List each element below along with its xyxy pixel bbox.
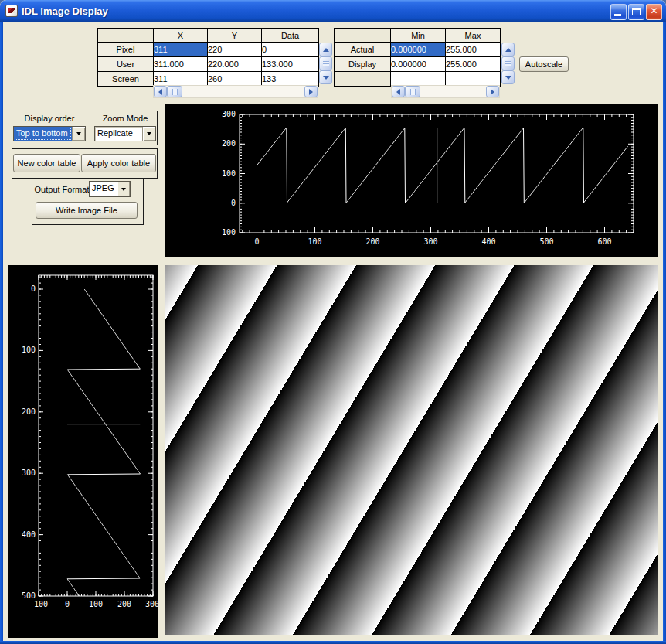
hscroll-thumb[interactable] [405, 86, 420, 97]
range-table-corner [335, 29, 391, 43]
coords-table-corner [98, 29, 154, 43]
svg-text:200: 200 [222, 139, 236, 148]
cell-user-data[interactable]: 133.000 [262, 57, 319, 72]
svg-text:0: 0 [254, 237, 259, 246]
down-arrow-icon [505, 76, 511, 80]
row-profile-plot-panel[interactable]: -10001002003000100200300400500600 [165, 104, 658, 257]
close-icon: ✕ [647, 5, 661, 16]
hscroll-thumb[interactable] [167, 86, 182, 97]
close-button[interactable]: ✕ [646, 4, 662, 20]
svg-text:100: 100 [222, 169, 236, 178]
scroll-down-icon[interactable] [501, 70, 515, 84]
window-title: IDL Image Display [22, 5, 666, 17]
chevron-down-icon [76, 132, 81, 135]
vscroll-thumb[interactable] [501, 56, 515, 70]
apply-color-table-button[interactable]: Apply color table [81, 154, 156, 172]
app-icon [5, 5, 18, 17]
hscroll-track[interactable] [420, 86, 486, 97]
coords-col-header-y: Y [208, 29, 262, 43]
image-display-canvas[interactable] [165, 265, 658, 635]
cell-screen-x[interactable]: 311 [154, 72, 208, 87]
display-order-value: Top to bottom [14, 127, 72, 141]
title-bar[interactable]: IDL Image Display ✕ [0, 0, 666, 22]
cell-empty-min[interactable] [391, 72, 446, 87]
range-table-hscrollbar[interactable] [391, 85, 500, 98]
cell-user-x[interactable]: 311.000 [154, 57, 208, 72]
autoscale-button[interactable]: Autoscale [519, 56, 569, 72]
svg-text:500: 500 [22, 591, 36, 600]
write-image-file-button[interactable]: Write Image File [36, 202, 138, 219]
scroll-down-icon[interactable] [319, 70, 332, 84]
up-arrow-icon [505, 48, 511, 52]
grip-icon [323, 61, 329, 66]
range-row-header-actual: Actual [335, 43, 391, 57]
minimize-button[interactable] [610, 4, 627, 20]
svg-text:400: 400 [481, 237, 495, 246]
zoom-mode-value: Replicate [95, 127, 142, 141]
cell-pixel-data[interactable]: 0 [262, 43, 319, 57]
scroll-right-icon[interactable] [486, 86, 499, 97]
coords-table-vscrollbar[interactable] [319, 43, 332, 84]
cell-screen-y[interactable]: 260 [208, 72, 262, 87]
pixel-coordinates-table: X Y Data Pixel 311 220 0 User 311.000 22… [97, 28, 319, 87]
scroll-left-icon[interactable] [392, 86, 405, 97]
scroll-up-icon[interactable] [319, 43, 332, 56]
cell-pixel-x[interactable]: 311 [154, 43, 208, 57]
cell-screen-data[interactable]: 133 [262, 72, 319, 87]
svg-text:-100: -100 [29, 600, 48, 608]
coords-row-header-screen: Screen [98, 72, 154, 87]
window-border-left [0, 22, 3, 644]
vscroll-thumb[interactable] [319, 56, 332, 70]
right-arrow-icon [309, 89, 313, 95]
svg-text:100: 100 [89, 600, 103, 608]
svg-text:-100: -100 [217, 228, 236, 237]
coords-table-hscrollbar[interactable] [153, 85, 318, 98]
zoom-mode-dropdown[interactable]: Replicate [94, 126, 156, 141]
cell-user-y[interactable]: 220.000 [208, 57, 262, 72]
grip-icon [172, 89, 178, 95]
svg-text:200: 200 [22, 407, 36, 416]
up-arrow-icon [323, 48, 329, 52]
column-profile-plot-panel[interactable]: 0100200300400500-1000100200300 [8, 265, 158, 638]
display-order-label: Display order [13, 113, 86, 124]
chevron-down-icon [147, 132, 151, 135]
svg-text:400: 400 [22, 530, 36, 539]
range-col-header-min: Min [391, 29, 446, 43]
cell-actual-max[interactable]: 255.000 [446, 43, 501, 57]
cell-pixel-y[interactable]: 220 [208, 43, 262, 57]
display-order-dropdown[interactable]: Top to bottom [13, 126, 86, 141]
row-profile-plot[interactable]: -10001002003000100200300400500600 [165, 104, 658, 257]
left-arrow-icon [396, 89, 400, 95]
dropdown-arrow-button[interactable] [117, 182, 130, 196]
svg-text:300: 300 [222, 110, 236, 118]
left-arrow-icon [158, 89, 162, 95]
svg-text:500: 500 [539, 237, 553, 246]
column-profile-plot[interactable]: 0100200300400500-1000100200300 [8, 265, 158, 638]
output-format-value: JPEG [90, 182, 117, 196]
grip-icon [410, 89, 416, 95]
hscroll-track[interactable] [182, 86, 304, 97]
cell-actual-min[interactable]: 0.000000 [391, 43, 446, 57]
output-format-dropdown[interactable]: JPEG [89, 181, 131, 197]
svg-text:200: 200 [117, 600, 131, 608]
cell-empty-max[interactable] [446, 72, 501, 87]
scroll-left-icon[interactable] [154, 86, 167, 97]
scroll-right-icon[interactable] [304, 86, 318, 97]
grip-icon [505, 61, 511, 66]
cell-display-min[interactable]: 0.000000 [391, 57, 446, 72]
down-arrow-icon [323, 76, 329, 80]
dropdown-arrow-button[interactable] [72, 127, 85, 141]
maximize-icon [632, 8, 641, 15]
svg-text:0: 0 [65, 600, 70, 608]
output-format-label: Output Format [36, 184, 88, 195]
coords-row-header-pixel: Pixel [98, 43, 154, 57]
cell-display-max[interactable]: 255.000 [446, 57, 501, 72]
svg-text:600: 600 [597, 237, 611, 246]
scroll-up-icon[interactable] [501, 43, 515, 56]
maximize-button[interactable] [628, 4, 644, 20]
range-table-vscrollbar[interactable] [501, 43, 515, 84]
minimize-icon [614, 14, 621, 16]
dropdown-arrow-button[interactable] [142, 127, 155, 141]
new-color-table-button[interactable]: New color table [13, 154, 80, 172]
range-row-header-display: Display [335, 57, 391, 72]
